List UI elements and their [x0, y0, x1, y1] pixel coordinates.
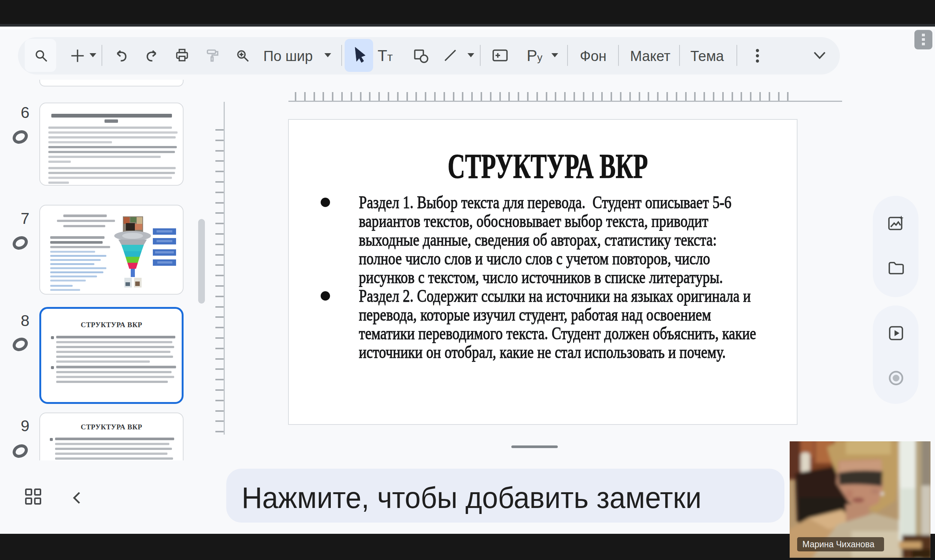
svg-text:Марина Чиханова: Марина Чиханова: [802, 539, 874, 549]
